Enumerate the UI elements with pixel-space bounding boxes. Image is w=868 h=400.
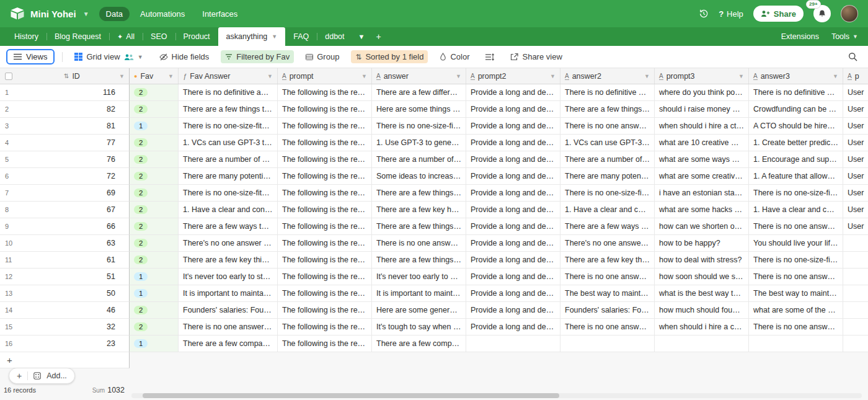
cell-prompt3[interactable]: how to deal with stress? [655,252,749,269]
select-all-checkbox[interactable] [5,73,12,80]
fav-cell[interactable]: 2 [130,319,179,336]
fav-cell[interactable]: 1 [130,285,179,302]
extensions-button[interactable]: Extensions [781,32,819,41]
cell-prompt[interactable]: The following is the respo... [278,84,372,101]
column-header-answer[interactable]: Aanswer▼ [372,68,466,84]
cell-prompt3[interactable]: when should i hire a cto? [655,118,749,135]
cell-fav-answer[interactable]: There are a few ways that... [179,218,278,235]
cell-answer3[interactable]: 1. Have a clear and concis... [749,202,843,218]
sum-summary[interactable]: Sum 1032 [92,386,125,394]
fav-cell[interactable]: 2 [130,218,179,235]
row-number[interactable]: 12 [5,273,19,280]
cell-fav-answer[interactable]: There is no one-size-fits-... [179,185,278,202]
cell-prompt3[interactable]: what are some ways we c... [655,151,749,168]
cell-p[interactable] [843,285,868,302]
views-button[interactable]: Views [6,49,55,64]
cell-answer[interactable]: There is no one answer to... [372,235,466,252]
column-header-prompt2[interactable]: Aprompt2▼ [466,68,560,84]
cell-answer3[interactable]: 1. A feature that allows us... [749,168,843,185]
fav-cell[interactable]: 2 [130,135,179,151]
cell-fav-answer[interactable]: There are a number of wa... [179,151,278,168]
cell-prompt3[interactable]: what is the best way to m... [655,285,749,302]
cell-answer2[interactable]: There is no one-size-fits-... [560,185,655,202]
cell-prompt3[interactable]: how soon should we start... [655,269,749,285]
cell-fav-answer[interactable]: Founders' salaries: Found... [179,302,278,319]
cell-p[interactable] [843,269,868,285]
cell-p[interactable]: User [843,135,868,151]
history-button[interactable] [699,9,709,19]
fav-cell[interactable]: 2 [130,185,179,202]
cell-answer2[interactable]: There are a few things to ... [560,101,655,118]
id-cell[interactable]: 966 [0,218,130,235]
nav-tab-automations[interactable]: Automations [133,7,192,21]
cell-answer[interactable]: There are a few companie... [372,336,466,352]
fav-cell[interactable]: 1 [130,269,179,285]
cell-answer2[interactable]: 1. Have a clear and concis... [560,202,655,218]
cell-prompt2[interactable]: Provide a long and detaile... [466,135,560,151]
fav-cell[interactable]: 2 [130,84,179,101]
cell-p[interactable]: User [843,151,868,168]
cell-fav-answer[interactable]: 1. VCs can use GPT-3 to ... [179,135,278,151]
id-cell[interactable]: 1623 [0,336,130,352]
cell-answer2[interactable]: There is no one answer to... [560,118,655,135]
cell-prompt[interactable]: The following is the respo... [278,185,372,202]
table-tab-history[interactable]: History [6,27,46,46]
cell-answer2[interactable]: There is no definitive ans... [560,84,655,101]
row-number[interactable]: 6 [5,172,19,180]
cell-prompt2[interactable]: Provide a long and detaile... [466,151,560,168]
column-header-prompt3[interactable]: Aprompt3▼ [655,68,749,84]
cell-prompt[interactable]: The following is the respo... [278,319,372,336]
cell-answer3[interactable] [749,336,843,352]
column-header-p[interactable]: Ap▼ [843,68,868,84]
cell-prompt2[interactable]: Provide a long and detaile... [466,302,560,319]
cell-prompt2[interactable]: Provide a long and detaile... [466,185,560,202]
cell-prompt3[interactable]: what are 10 creative ways... [655,135,749,151]
table-tab-faq[interactable]: FAQ [285,27,317,46]
cell-prompt3[interactable]: how to be happy? [655,235,749,252]
cell-answer2[interactable]: There is no one answer to... [560,269,655,285]
fav-cell[interactable]: 2 [130,252,179,269]
cell-prompt[interactable]: The following is the respo... [278,151,372,168]
cell-answer2[interactable]: There's no one answer to ... [560,235,655,252]
row-number[interactable]: 4 [5,139,19,146]
share-view-button[interactable]: Share view [506,50,566,63]
cell-p[interactable]: User [843,218,868,235]
cell-answer[interactable]: It is important to maintain... [372,285,466,302]
cell-answer3[interactable]: what are some of the ben... [749,302,843,319]
add-record-row[interactable]: + [0,352,130,368]
cell-prompt[interactable]: The following is the respo... [278,118,372,135]
cell-p[interactable]: User [843,101,868,118]
id-cell[interactable]: 1446 [0,302,130,319]
id-cell[interactable]: 769 [0,185,130,202]
cell-answer2[interactable]: Founders' salaries: Found... [560,302,655,319]
cell-prompt3[interactable]: what are some creative pr... [655,168,749,185]
cell-answer[interactable]: There are a few things to ... [372,185,466,202]
cell-fav-answer[interactable]: There are many potential ... [179,168,278,185]
id-cell[interactable]: 1532 [0,319,130,336]
cell-answer2[interactable]: There are a few ways that... [560,218,655,235]
cell-answer3[interactable]: There is no one-size-fits-... [749,185,843,202]
id-cell[interactable]: 282 [0,101,130,118]
id-cell[interactable]: 867 [0,202,130,218]
cell-prompt[interactable]: The following is the respo... [278,252,372,269]
chevron-down-icon[interactable]: ▼ [83,11,89,17]
cell-prompt2[interactable]: Provide a long and detaile... [466,252,560,269]
cell-answer2[interactable]: The best way to maintain ... [560,285,655,302]
cell-prompt2[interactable]: Provide a long and detaile... [466,168,560,185]
cell-answer[interactable]: 1. Use GPT-3 to generate ... [372,135,466,151]
cell-prompt3[interactable]: how much should founder... [655,302,749,319]
cell-answer[interactable]: Some ideas to increase re... [372,168,466,185]
cell-p[interactable]: User [843,84,868,101]
user-avatar[interactable] [841,5,858,22]
table-tab-ddbot[interactable]: ddbot [317,27,352,46]
cell-answer[interactable]: There are a few things th... [372,252,466,269]
row-number[interactable]: 13 [5,290,19,297]
cell-answer[interactable]: Here are some general gu... [372,302,466,319]
id-cell[interactable]: 1063 [0,235,130,252]
row-number[interactable]: 15 [5,323,19,331]
cell-answer3[interactable]: There is no one answer to... [749,269,843,285]
horizontal-scrollbar-track[interactable] [131,393,862,398]
cell-p[interactable]: User [843,168,868,185]
add-records-pill[interactable]: + Add... [9,368,75,384]
column-header-answer2[interactable]: Aanswer2▼ [560,68,655,84]
